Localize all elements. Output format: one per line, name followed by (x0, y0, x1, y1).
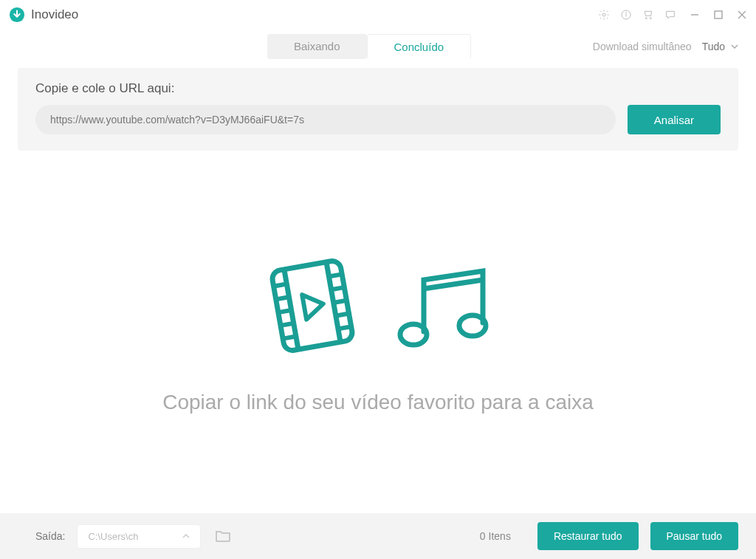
close-icon[interactable] (737, 10, 747, 20)
svg-line-20 (331, 287, 345, 289)
tab-downloading[interactable]: Baixando (267, 34, 367, 59)
film-icon (257, 250, 368, 361)
empty-state-illustration (257, 250, 499, 361)
simultaneous-download-label: Download simultâneo (593, 41, 692, 52)
titlebar: Inovideo (0, 0, 756, 30)
minimize-icon[interactable] (690, 10, 700, 20)
maximize-icon[interactable] (713, 10, 724, 20)
chevron-up-icon (182, 534, 190, 538)
svg-line-17 (281, 323, 294, 325)
app-title: Inovideo (31, 7, 78, 22)
folder-icon (215, 529, 231, 543)
chevron-down-icon (731, 44, 738, 49)
svg-rect-8 (715, 11, 722, 18)
svg-line-18 (283, 336, 296, 338)
tab-completed[interactable]: Concluído (367, 34, 472, 59)
svg-point-4 (626, 13, 627, 13)
svg-line-24 (424, 280, 483, 289)
footer: Saída: C:\Users\ch 0 Itens Restaurar tud… (0, 513, 756, 559)
items-count: 0 Itens (480, 530, 511, 542)
empty-state: Copiar o link do seu vídeo favorito para… (0, 151, 756, 513)
svg-line-15 (276, 297, 289, 299)
simultaneous-download-value: Tudo (702, 41, 725, 52)
app-logo-icon (9, 7, 25, 23)
cart-icon[interactable] (642, 9, 654, 21)
output-label: Saída: (35, 530, 65, 542)
svg-line-21 (334, 300, 347, 302)
url-input[interactable] (35, 105, 616, 134)
tabs: Baixando Concluído (267, 34, 471, 59)
url-section: Copie e cole o URL aqui: Analisar (18, 68, 738, 151)
chat-icon[interactable] (664, 9, 676, 21)
svg-line-23 (338, 326, 351, 329)
tabs-row: Baixando Concluído Download simultâneo T… (0, 30, 756, 64)
info-icon[interactable] (620, 9, 632, 21)
output-path-select[interactable]: C:\Users\ch (77, 524, 201, 549)
open-folder-button[interactable] (213, 526, 233, 546)
music-note-icon (388, 258, 499, 361)
svg-line-16 (278, 310, 292, 312)
url-input-label: Copie e cole o URL aqui: (35, 81, 721, 96)
svg-point-5 (645, 18, 647, 19)
svg-point-6 (650, 18, 651, 19)
titlebar-actions (598, 9, 676, 21)
output-path-value: C:\Users\ch (88, 531, 138, 542)
svg-point-1 (602, 13, 605, 16)
svg-line-19 (329, 274, 342, 276)
simultaneous-download-select[interactable]: Tudo (702, 41, 738, 52)
window-controls (690, 10, 747, 20)
restore-all-button[interactable]: Restaurar tudo (537, 522, 639, 550)
empty-state-text: Copiar o link do seu vídeo favorito para… (162, 391, 594, 414)
svg-line-22 (336, 313, 349, 315)
settings-icon[interactable] (598, 9, 610, 21)
svg-line-14 (274, 284, 287, 286)
svg-point-26 (459, 315, 486, 336)
analyze-button[interactable]: Analisar (628, 105, 721, 134)
svg-point-25 (400, 324, 427, 345)
pause-all-button[interactable]: Pausar tudo (650, 522, 739, 550)
